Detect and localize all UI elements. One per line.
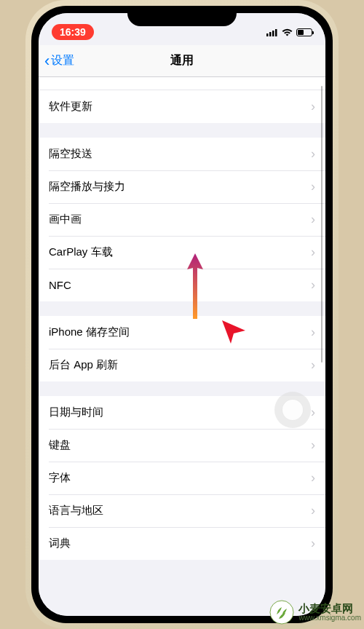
settings-group: 软件更新 › [39,77,325,123]
row-dictionary[interactable]: 词典 › [39,527,325,560]
watermark-text: 小麦安卓网 www.xmsigma.com [298,603,361,622]
page-title: 通用 [39,53,325,68]
screen: 16:39 ‹ 设置 通用 [39,13,325,616]
row-airdrop[interactable]: 隔空投送 › [39,138,325,170]
row-label: 键盘 [49,438,71,452]
row-label: 语言与地区 [49,504,103,518]
signal-icon [266,28,278,36]
chevron-right-icon: › [311,179,315,194]
row-label: 后台 App 刷新 [49,358,118,372]
watermark-title: 小麦安卓网 [298,603,361,614]
annotation-arrow-up [184,253,206,322]
assistive-touch[interactable] [274,392,311,428]
chevron-right-icon: › [311,245,315,260]
watermark-url: www.xmsigma.com [298,614,361,622]
watermark: 小麦安卓网 www.xmsigma.com [269,600,361,625]
row-label: 日期与时间 [49,406,103,419]
phone-frame: 16:39 ‹ 设置 通用 [25,0,339,629]
nav-bar: ‹ 设置 通用 [39,45,325,77]
svg-rect-2 [272,31,274,36]
assistive-touch-inner [282,399,304,421]
chevron-right-icon: › [311,438,315,453]
row-airplay-handoff[interactable]: 隔空播放与接力 › [39,170,325,203]
row-label: 词典 [49,537,71,550]
svg-rect-3 [275,29,277,36]
settings-list[interactable]: 软件更新 › 隔空投送 › 隔空播放与接力 › 画中画 › [39,77,325,616]
svg-point-4 [270,601,293,624]
chevron-right-icon: › [311,325,315,340]
phone-bezel: 16:39 ‹ 设置 通用 [31,6,333,623]
row-label: 画中画 [49,213,82,226]
settings-group: iPhone 储存空间 › 后台 App 刷新 › [39,316,325,381]
chevron-right-icon: › [311,536,315,551]
chevron-right-icon: › [311,405,315,420]
row-label: 隔空播放与接力 [49,180,125,194]
partial-row [39,77,325,90]
row-pip[interactable]: 画中画 › [39,203,325,236]
chevron-right-icon: › [311,146,315,162]
chevron-right-icon: › [311,212,315,227]
battery-icon [296,28,312,36]
row-label: 软件更新 [49,100,92,114]
row-software-update[interactable]: 软件更新 › [39,90,325,123]
settings-group: 隔空投送 › 隔空播放与接力 › 画中画 › CarPlay 车载 › [39,138,325,301]
svg-rect-1 [269,32,272,36]
row-label: 隔空投送 [49,147,92,161]
row-language-region[interactable]: 语言与地区 › [39,494,325,527]
chevron-right-icon: › [311,357,315,373]
row-background-refresh[interactable]: 后台 App 刷新 › [39,349,325,381]
row-nfc[interactable]: NFC › [39,269,325,301]
status-right [266,28,312,36]
row-label: iPhone 储存空间 [49,325,130,339]
chevron-right-icon: › [311,99,315,114]
row-label: CarPlay 车载 [49,245,113,259]
recording-time-pill[interactable]: 16:39 [52,24,94,40]
row-keyboard[interactable]: 键盘 › [39,429,325,462]
row-fonts[interactable]: 字体 › [39,462,325,494]
chevron-right-icon: › [311,277,315,293]
row-iphone-storage[interactable]: iPhone 储存空间 › [39,316,325,349]
row-carplay[interactable]: CarPlay 车载 › [39,236,325,269]
svg-rect-0 [266,33,269,36]
row-label: NFC [49,279,71,291]
wifi-icon [282,28,293,36]
notch [127,6,237,26]
annotation-cursor-icon [221,319,247,348]
row-label: 字体 [49,471,71,485]
chevron-right-icon: › [311,503,315,518]
scrollbar[interactable] [321,86,323,363]
chevron-right-icon: › [311,470,315,486]
watermark-logo-icon [269,600,294,625]
